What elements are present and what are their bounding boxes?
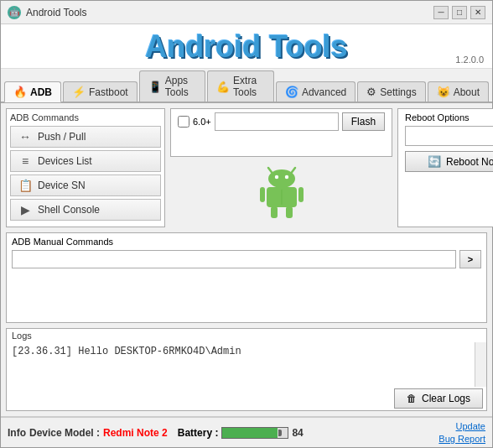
- info-section-label: Info: [8, 427, 26, 439]
- push-pull-button[interactable]: ↔ Push / Pull: [10, 126, 161, 148]
- svg-rect-8: [271, 206, 278, 218]
- update-bug-report-link[interactable]: UpdateBug Report: [439, 420, 485, 445]
- about-tab-icon: 😺: [437, 86, 450, 98]
- title-bar-left: 🤖 Android Tools: [8, 6, 87, 19]
- battery-bar-fill: [222, 428, 278, 438]
- reboot-now-label: Reboot Now: [446, 156, 493, 168]
- logs-panel: Logs [23.36.31] Hello DESKTOP-6RMKO4D\Ad…: [6, 328, 487, 412]
- sideload-file-input[interactable]: [215, 112, 339, 131]
- app-header: Android Tools 1.2.0.0: [1, 24, 492, 69]
- battery-label: Battery :: [178, 427, 219, 439]
- fastboot-tab-icon: ⚡: [72, 86, 86, 98]
- push-pull-label: Push / Pull: [38, 131, 86, 143]
- device-sn-button[interactable]: 📋 Device SN: [10, 175, 161, 196]
- adb-manual-commands-panel: ADB Manual Commands >: [6, 232, 487, 323]
- main-content: ADB Commands ↔ Push / Pull ≡ Devices Lis…: [1, 103, 492, 416]
- info-bar: Info Device Model : Redmi Note 2 Battery…: [1, 416, 492, 447]
- reboot-icon: 🔄: [428, 155, 441, 168]
- top-row: ADB Commands ↔ Push / Pull ≡ Devices Lis…: [6, 108, 487, 227]
- tab-apps-tools[interactable]: 📱 Apps Tools: [139, 70, 205, 102]
- svg-point-3: [274, 175, 278, 179]
- svg-rect-6: [260, 187, 265, 202]
- sideload-version-label: 6.0+: [193, 117, 211, 127]
- push-pull-icon: ↔: [18, 130, 33, 143]
- clear-logs-button[interactable]: 🗑 Clear Logs: [394, 388, 483, 409]
- logs-title: Logs: [7, 329, 486, 342]
- shell-console-icon: ▶: [18, 203, 33, 216]
- about-tab-label: About: [454, 86, 480, 98]
- battery-nub: [278, 430, 282, 436]
- app-icon: 🤖: [8, 6, 21, 19]
- tab-bar: 🔥 ADB ⚡ Fastboot 📱 Apps Tools 💪 Extra To…: [1, 69, 492, 103]
- battery-indicator: [221, 427, 288, 439]
- adb-commands-panel: ADB Commands ↔ Push / Pull ≡ Devices Lis…: [6, 108, 165, 227]
- devices-list-button[interactable]: ≡ Devices List: [10, 150, 161, 172]
- android-robot-svg: [257, 164, 307, 223]
- manual-go-button[interactable]: >: [459, 250, 481, 268]
- fastboot-tab-label: Fastboot: [89, 86, 128, 98]
- advanced-tab-icon: 🌀: [285, 86, 298, 98]
- adb-commands-title: ADB Commands: [10, 112, 161, 122]
- device-sn-label: Device SN: [38, 180, 86, 191]
- app-title: Android Tools: [1, 29, 492, 65]
- maximize-button[interactable]: □: [452, 6, 467, 19]
- reboot-now-button[interactable]: 🔄 Reboot Now: [405, 151, 493, 172]
- settings-tab-label: Settings: [380, 86, 416, 98]
- reboot-options-label: Reboot Options: [405, 112, 493, 122]
- adb-tab-icon: 🔥: [13, 86, 27, 98]
- tab-advanced[interactable]: 🌀 Advanced: [276, 81, 355, 102]
- svg-rect-7: [298, 187, 304, 202]
- advanced-tab-label: Advanced: [302, 86, 346, 98]
- tab-fastboot[interactable]: ⚡ Fastboot: [63, 81, 138, 102]
- sideload-panel: 6.0+ Flash: [170, 108, 392, 157]
- shell-console-button[interactable]: ▶ Shell Console: [10, 199, 161, 221]
- android-mascot: [170, 160, 392, 227]
- devices-list-label: Devices List: [38, 155, 92, 167]
- logs-scrollbar[interactable]: [475, 342, 486, 388]
- apps-tab-icon: 📱: [148, 81, 162, 93]
- manual-commands-row: >: [12, 250, 481, 268]
- svg-point-4: [284, 175, 288, 179]
- main-window: 🤖 Android Tools ─ □ ✕ Android Tools 1.2.…: [0, 0, 493, 448]
- device-sn-icon: 📋: [18, 179, 33, 192]
- device-model-value: Redmi Note 2: [103, 427, 168, 439]
- manual-commands-title: ADB Manual Commands: [12, 237, 481, 247]
- trash-icon: 🗑: [407, 393, 417, 404]
- device-model-label: Device Model :: [29, 427, 100, 439]
- logs-text: [23.36.31] Hello DESKTOP-6RMKO4D\Admin: [12, 346, 241, 357]
- battery-bar-container: [221, 427, 288, 439]
- sideload-row: 6.0+ Flash: [178, 112, 385, 131]
- devices-list-icon: ≡: [18, 154, 33, 168]
- title-bar-controls: ─ □ ✕: [433, 6, 485, 19]
- title-bar: 🤖 Android Tools ─ □ ✕: [1, 1, 492, 24]
- tab-adb[interactable]: 🔥 ADB: [4, 81, 61, 102]
- window-title: Android Tools: [26, 7, 87, 18]
- extra-tab-label: Extra Tools: [233, 75, 265, 98]
- manual-command-input[interactable]: [12, 250, 456, 268]
- close-button[interactable]: ✕: [470, 6, 485, 19]
- clear-logs-row: 🗑 Clear Logs: [7, 387, 486, 410]
- sideload-checkbox[interactable]: [178, 116, 189, 128]
- minimize-button[interactable]: ─: [433, 6, 449, 19]
- apps-tab-label: Apps Tools: [165, 75, 196, 98]
- settings-tab-icon: ⚙: [366, 86, 376, 98]
- extra-tab-icon: 💪: [216, 81, 230, 93]
- version-label: 1.2.0.0: [455, 55, 484, 65]
- flash-button[interactable]: Flash: [342, 112, 385, 131]
- tab-settings[interactable]: ⚙ Settings: [357, 81, 425, 102]
- reboot-options-select[interactable]: System Recovery Bootloader EDL: [405, 126, 493, 146]
- clear-logs-label: Clear Logs: [422, 393, 470, 404]
- shell-console-label: Shell Console: [38, 204, 100, 216]
- tab-about[interactable]: 😺 About: [428, 81, 489, 102]
- svg-rect-9: [286, 206, 293, 218]
- tab-extra-tools[interactable]: 💪 Extra Tools: [207, 70, 274, 102]
- reboot-panel: Reboot Options System Recovery Bootloade…: [397, 108, 493, 227]
- svg-point-2: [268, 169, 295, 188]
- logs-content[interactable]: [23.36.31] Hello DESKTOP-6RMKO4D\Admin: [7, 342, 486, 388]
- battery-percent-value: 84: [292, 427, 303, 439]
- adb-tab-label: ADB: [30, 86, 52, 98]
